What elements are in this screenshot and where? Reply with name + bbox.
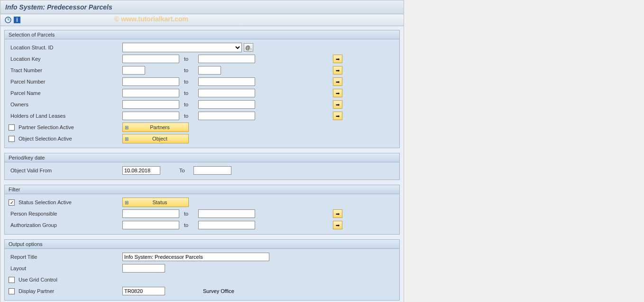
report-title-label: Report Title	[9, 254, 122, 260]
auth-group-to[interactable]	[198, 221, 255, 229]
holders-multi[interactable]: ➡	[333, 112, 342, 120]
valid-to-input[interactable]	[193, 166, 231, 175]
filter-group: Filter ✓ Status Selection Active Status …	[4, 185, 400, 235]
use-grid-checkbox[interactable]	[9, 277, 15, 283]
toolbar: i © www.tutorialkart.com	[0, 14, 404, 26]
display-partner-desc: Survey Office	[203, 288, 234, 294]
output-header: Output options	[5, 240, 399, 249]
to-label: to	[184, 90, 193, 96]
parcel-number-from[interactable]	[122, 77, 179, 86]
watermark: © www.tutorialkart.com	[114, 15, 188, 23]
app-window: Info System: Predecessor Parcels i © www…	[0, 0, 404, 302]
object-active-checkbox[interactable]	[9, 136, 15, 142]
at-button[interactable]: @.	[244, 43, 253, 52]
status-button[interactable]: Status	[122, 198, 189, 207]
location-key-multi[interactable]: ➡	[333, 55, 342, 63]
person-resp-to[interactable]	[198, 209, 255, 218]
tract-number-from[interactable]	[122, 66, 145, 75]
parcel-name-from[interactable]	[122, 89, 179, 97]
period-group: Period/key date Object Valid From To	[4, 153, 400, 180]
parcel-number-label: Parcel Number	[9, 79, 122, 85]
tract-number-label: Tract Number	[9, 67, 122, 73]
owners-label: Owners	[9, 102, 122, 107]
to-label: to	[184, 113, 193, 119]
owners-multi[interactable]: ➡	[333, 100, 342, 109]
layout-input[interactable]	[122, 264, 165, 273]
partner-active-label: Partner Selection Active	[9, 124, 122, 131]
auth-group-multi[interactable]: ➡	[333, 221, 342, 229]
status-active-label: ✓ Status Selection Active	[9, 199, 122, 206]
page-title: Info System: Predecessor Parcels	[5, 3, 112, 11]
tract-number-to[interactable]	[198, 66, 221, 75]
auth-group-label: Authorization Group	[9, 222, 122, 228]
owners-from[interactable]	[122, 100, 179, 109]
layout-label: Layout	[9, 265, 122, 271]
valid-from-input[interactable]	[122, 166, 160, 175]
filter-header: Filter	[5, 185, 399, 194]
to-label: to	[184, 56, 193, 62]
location-struct-select[interactable]	[122, 43, 242, 52]
holders-from[interactable]	[122, 112, 179, 120]
to-label: to	[184, 222, 193, 228]
to-label: to	[184, 102, 193, 107]
info-icon[interactable]: i	[14, 17, 20, 23]
use-grid-label: Use Grid Control	[9, 277, 122, 283]
content-area: Selection of Parcels Location Struct. ID…	[0, 26, 404, 302]
parcel-name-to[interactable]	[198, 89, 255, 97]
status-active-checkbox[interactable]: ✓	[9, 199, 15, 206]
execute-icon[interactable]	[4, 16, 12, 24]
output-group: Output options Report Title Layout Use G…	[4, 239, 400, 301]
person-resp-from[interactable]	[122, 209, 179, 218]
auth-group-from[interactable]	[122, 221, 179, 229]
object-active-label: Object Selection Active	[9, 136, 122, 142]
display-partner-label: Display Partner	[9, 288, 122, 294]
parcel-number-multi[interactable]: ➡	[333, 77, 342, 86]
object-button[interactable]: Object	[122, 134, 189, 143]
title-bar: Info System: Predecessor Parcels	[0, 0, 404, 14]
display-partner-checkbox[interactable]	[9, 288, 15, 294]
selection-group: Selection of Parcels Location Struct. ID…	[4, 30, 400, 148]
location-key-label: Location Key	[9, 56, 122, 62]
to-label: To	[179, 168, 189, 173]
location-struct-label: Location Struct. ID	[9, 45, 122, 50]
partners-button[interactable]: Partners	[122, 123, 189, 132]
parcel-name-label: Parcel Name	[9, 90, 122, 96]
period-header: Period/key date	[5, 153, 399, 162]
person-resp-label: Person Responsible	[9, 211, 122, 217]
holders-label: Holders of Land Leases	[9, 113, 122, 119]
location-key-from[interactable]	[122, 55, 179, 63]
location-key-to[interactable]	[198, 55, 255, 63]
selection-header: Selection of Parcels	[5, 30, 399, 39]
to-label: to	[184, 67, 193, 73]
valid-from-label: Object Valid From	[9, 168, 122, 173]
holders-to[interactable]	[198, 112, 255, 120]
report-title-input[interactable]	[122, 253, 269, 261]
to-label: to	[184, 211, 193, 217]
parcel-number-to[interactable]	[198, 77, 255, 86]
to-label: to	[184, 79, 193, 85]
parcel-name-multi[interactable]: ➡	[333, 89, 342, 97]
display-partner-code[interactable]	[122, 287, 165, 295]
tract-number-multi[interactable]: ➡	[333, 66, 342, 75]
partner-active-checkbox[interactable]	[9, 124, 15, 131]
person-resp-multi[interactable]: ➡	[333, 209, 342, 218]
owners-to[interactable]	[198, 100, 255, 109]
